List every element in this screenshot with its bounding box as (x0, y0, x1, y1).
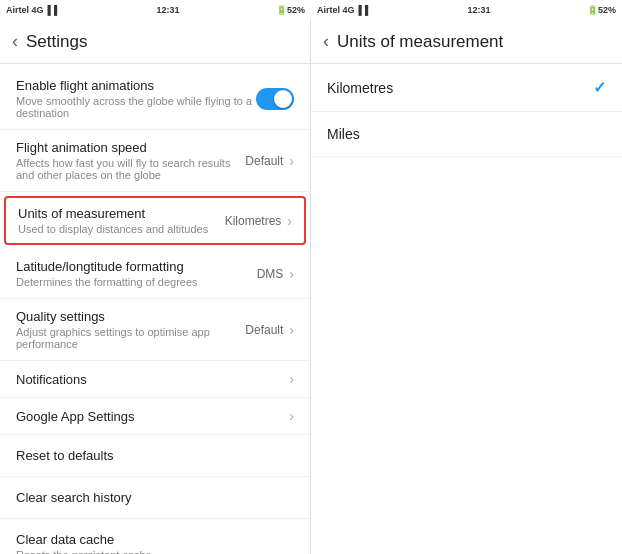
carrier-right: Airtel 4G (317, 5, 355, 15)
left-panel: Airtel 4G ▌▌ 12:31 🔋52% ‹ Settings Enabl… (0, 0, 311, 554)
quality-subtitle: Adjust graphics settings to optimise app… (16, 326, 245, 350)
option-miles[interactable]: Miles (311, 112, 622, 157)
time-right: 12:31 (468, 5, 491, 15)
kilometres-check: ✓ (593, 78, 606, 97)
setting-clear-cache[interactable]: Clear data cache Resets the persistent c… (0, 519, 310, 554)
units-value: Kilometres (225, 214, 282, 228)
setting-flight-animations[interactable]: Enable flight animations Move smoothly a… (0, 68, 310, 130)
flight-animations-title: Enable flight animations (16, 78, 256, 93)
battery-right: 🔋52% (587, 5, 616, 15)
units-chevron: › (287, 213, 292, 229)
status-bar-left: Airtel 4G ▌▌ 12:31 🔋52% (0, 0, 311, 20)
google-app-title: Google App Settings (16, 409, 289, 424)
setting-notifications[interactable]: Notifications › (0, 361, 310, 398)
kilometres-label: Kilometres (327, 80, 393, 96)
setting-flight-speed[interactable]: Flight animation speed Affects how fast … (0, 130, 310, 192)
quality-title: Quality settings (16, 309, 245, 324)
status-bar-right: Airtel 4G ▌▌ 12:31 🔋52% (311, 0, 622, 20)
reset-title: Reset to defaults (16, 448, 294, 463)
clear-search-title: Clear search history (16, 490, 294, 505)
flight-animations-subtitle: Move smoothly across the globe while fly… (16, 95, 256, 119)
flight-speed-chevron: › (289, 153, 294, 169)
back-button-right[interactable]: ‹ (323, 31, 329, 52)
setting-google-app[interactable]: Google App Settings › (0, 398, 310, 435)
left-panel-title: Settings (26, 32, 87, 52)
time-left: 12:31 (157, 5, 180, 15)
status-right-left: 🔋52% (276, 5, 305, 15)
notifications-title: Notifications (16, 372, 289, 387)
right-panel-title: Units of measurement (337, 32, 503, 52)
latlon-subtitle: Determines the formatting of degrees (16, 276, 257, 288)
notifications-chevron: › (289, 371, 294, 387)
carrier-left: Airtel 4G (6, 5, 44, 15)
signal-icon: ▌▌ (48, 5, 61, 15)
toggle-knob (274, 90, 292, 108)
quality-value: Default (245, 323, 283, 337)
units-title: Units of measurement (18, 206, 225, 221)
units-subtitle: Used to display distances and altitudes (18, 223, 225, 235)
setting-latlon[interactable]: Latitude/longtitude formatting Determine… (0, 249, 310, 299)
setting-quality[interactable]: Quality settings Adjust graphics setting… (0, 299, 310, 361)
battery-right-container: 🔋52% (587, 5, 616, 15)
clear-cache-title: Clear data cache (16, 532, 294, 547)
setting-units[interactable]: Units of measurement Used to display dis… (4, 196, 306, 245)
flight-speed-title: Flight animation speed (16, 140, 245, 155)
left-panel-header: ‹ Settings (0, 20, 310, 64)
back-button-left[interactable]: ‹ (12, 31, 18, 52)
latlon-title: Latitude/longtitude formatting (16, 259, 257, 274)
status-right-carrier: Airtel 4G ▌▌ (317, 5, 371, 15)
quality-chevron: › (289, 322, 294, 338)
flight-speed-subtitle: Affects how fast you will fly to search … (16, 157, 245, 181)
options-list: Kilometres ✓ Miles (311, 64, 622, 554)
setting-reset[interactable]: Reset to defaults (0, 435, 310, 477)
latlon-chevron: › (289, 266, 294, 282)
flight-animations-toggle[interactable] (256, 88, 294, 110)
option-kilometres[interactable]: Kilometres ✓ (311, 64, 622, 112)
signal-icon-right: ▌▌ (359, 5, 372, 15)
battery-left: 🔋52% (276, 5, 305, 15)
right-panel-header: ‹ Units of measurement (311, 20, 622, 64)
clear-cache-subtitle: Resets the persistent cache (16, 549, 294, 554)
setting-clear-search[interactable]: Clear search history (0, 477, 310, 519)
settings-list: Enable flight animations Move smoothly a… (0, 64, 310, 554)
status-left: Airtel 4G ▌▌ (6, 5, 60, 15)
flight-speed-value: Default (245, 154, 283, 168)
google-app-chevron: › (289, 408, 294, 424)
right-panel: Airtel 4G ▌▌ 12:31 🔋52% ‹ Units of measu… (311, 0, 622, 554)
latlon-value: DMS (257, 267, 284, 281)
miles-label: Miles (327, 126, 360, 142)
